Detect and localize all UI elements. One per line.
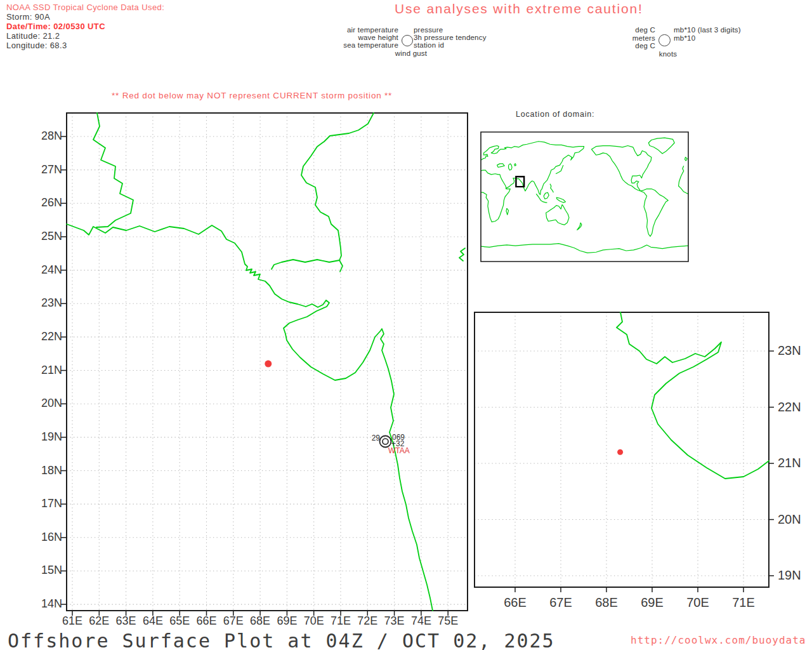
- y-tick-label: 18N: [25, 464, 62, 477]
- caution-headline: Use analyses with extreme caution!: [395, 1, 643, 17]
- source-url: http://coolwx.com/buoydata: [631, 634, 806, 646]
- storm-position-warning: ** Red dot below may NOT represent CURRE…: [112, 91, 392, 100]
- y-tick-label: 22N: [25, 330, 62, 343]
- x-tick-label: 68E: [245, 614, 275, 628]
- y-tick-label: 14N: [25, 597, 62, 611]
- x-tick-label: 64E: [138, 614, 168, 628]
- station-id: WTAA: [388, 446, 410, 455]
- x-tick-label: 71E: [325, 614, 356, 628]
- x-tick-label: 74E: [406, 614, 436, 628]
- legend-station-id: station id: [414, 41, 444, 49]
- buoy-plot-page: NOAA SSD Tropical Cyclone Data Used: Sto…: [0, 0, 812, 650]
- legend-unit-degc-air: deg C: [590, 26, 655, 34]
- inset-map-title: Location of domain:: [516, 110, 594, 119]
- y-tick-label: 16N: [25, 531, 62, 544]
- x-tick-label: 61E: [57, 614, 88, 628]
- legend-unit-pressure: mb*10 (last 3 digits): [674, 26, 741, 34]
- x-tick-label: 69E: [634, 595, 670, 610]
- x-tick-label: 69E: [272, 614, 302, 628]
- x-tick-label: 65E: [164, 614, 195, 628]
- y-tick-label: 19N: [778, 568, 801, 583]
- y-tick-label: 28N: [25, 129, 62, 143]
- zoomed-domain-map: [469, 308, 777, 597]
- station-air-temp: 29: [372, 434, 381, 442]
- x-tick-label: 71E: [726, 595, 761, 610]
- station-circle-icon: [658, 34, 671, 46]
- x-tick-label: 67E: [543, 595, 579, 610]
- y-tick-label: 24N: [25, 263, 62, 277]
- legend-pressure-tendency: 3h pressure tendency: [414, 34, 487, 41]
- x-tick-label: 68E: [589, 595, 624, 610]
- legend-wave-height: wave height: [314, 34, 398, 41]
- legend-unit-degc-sea: deg C: [590, 42, 655, 50]
- x-tick-label: 66E: [192, 614, 222, 628]
- x-tick-label: 73E: [379, 614, 410, 628]
- legend-wind-gust: wind gust: [383, 50, 440, 57]
- x-tick-label: 72E: [352, 614, 383, 628]
- y-tick-label: 17N: [25, 497, 62, 510]
- station-circle-icon: [402, 35, 413, 46]
- x-tick-label: 67E: [218, 614, 249, 628]
- legend-unit-tendency: mb*10: [674, 34, 695, 42]
- main-map: 29069+32WTAA: [60, 108, 473, 619]
- legend-unit-knots: knots: [643, 50, 693, 58]
- storm-info-block: NOAA SSD Tropical Cyclone Data Used: Sto…: [6, 3, 164, 50]
- y-tick-label: 20N: [778, 512, 801, 527]
- y-tick-label: 26N: [25, 196, 62, 209]
- legend-pressure: pressure: [414, 26, 443, 34]
- legend-sea-temperature: sea temperature: [314, 41, 398, 49]
- legend-air-temperature: air temperature: [314, 26, 398, 34]
- x-tick-label: 70E: [299, 614, 329, 628]
- y-tick-label: 27N: [25, 163, 62, 176]
- world-inset-map: [481, 132, 688, 262]
- y-tick-label: 21N: [25, 364, 62, 377]
- x-tick-label: 66E: [497, 595, 533, 610]
- y-tick-label: 15N: [25, 564, 62, 577]
- x-tick-label: 62E: [84, 614, 114, 628]
- x-tick-label: 75E: [433, 614, 463, 628]
- x-tick-label: 70E: [680, 595, 716, 610]
- y-tick-label: 21N: [778, 456, 801, 470]
- x-tick-label: 63E: [111, 614, 141, 628]
- y-tick-label: 20N: [25, 397, 62, 410]
- storm-info-source: NOAA SSD Tropical Cyclone Data Used:: [6, 3, 164, 12]
- storm-info-datetime: Date/Time: 02/0530 UTC: [6, 22, 164, 31]
- storm-info-longitude: Longitude: 68.3: [6, 41, 164, 50]
- y-tick-label: 23N: [25, 296, 62, 310]
- y-tick-label: 19N: [25, 430, 62, 444]
- storm-info-latitude: Latitude: 21.2: [6, 31, 164, 41]
- y-tick-label: 25N: [25, 230, 62, 243]
- legend-unit-meters: meters: [590, 34, 655, 42]
- y-tick-label: 22N: [778, 400, 801, 415]
- plot-title: Offshore Surface Plot at 04Z / OCT 02, 2…: [8, 630, 555, 650]
- y-tick-label: 23N: [778, 343, 801, 358]
- storm-info-storm: Storm: 90A: [6, 12, 164, 22]
